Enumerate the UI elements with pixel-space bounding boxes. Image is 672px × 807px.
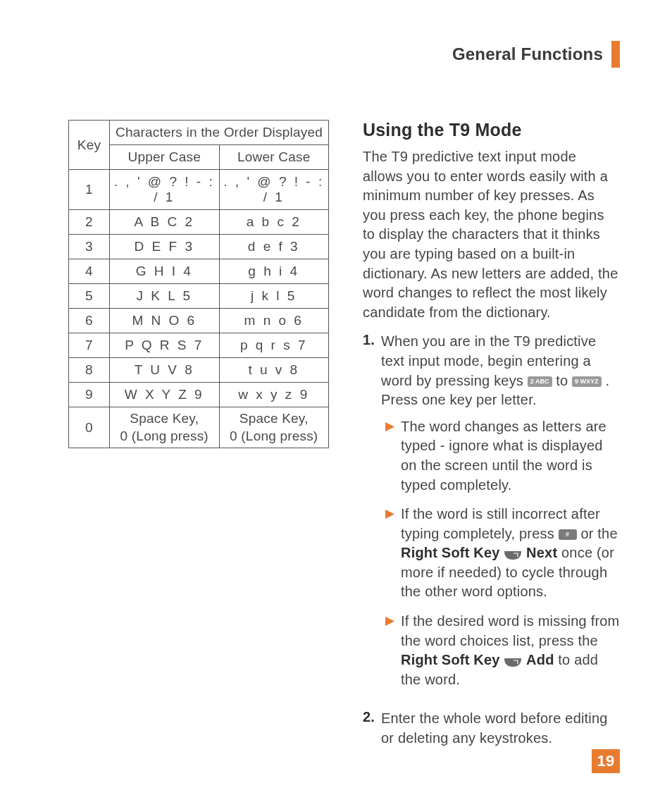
bullet2-b: or the (580, 526, 617, 541)
left-column: Key Characters in the Order Displayed Up… (68, 120, 329, 758)
key-2-icon: 2 ABC (528, 376, 552, 387)
cell-key: 3 (69, 235, 110, 259)
page-header: General Functions (452, 41, 620, 68)
cell-lower: t u v 8 (219, 358, 329, 383)
header-title: General Functions (452, 44, 603, 64)
bullet1-text: The word changes as letters are typed - … (401, 417, 620, 495)
bullet3-rsk: Right Soft Key (401, 652, 500, 667)
table-row: 6M N O 6m n o 6 (69, 309, 329, 333)
table-row: 2A B C 2a b c 2 (69, 210, 329, 235)
cell-upper: Space Key,0 (Long press) (110, 407, 220, 448)
table-row: 1. , ' @ ? ! - : / 1. , ' @ ? ! - : / 1 (69, 170, 329, 210)
cell-key: 6 (69, 309, 110, 333)
bullet3-add: Add (526, 652, 554, 667)
cell-key: 0 (69, 407, 110, 448)
th-chars: Characters in the Order Displayed (110, 121, 329, 145)
page-number: 19 (592, 749, 620, 773)
table-row: 7P Q R S 7p q r s 7 (69, 333, 329, 358)
key-character-table: Key Characters in the Order Displayed Up… (68, 120, 329, 448)
bullet-2: ▶ If the word is still incorrect after t… (385, 505, 620, 602)
cell-lower: w x y z 9 (219, 383, 329, 407)
cell-lower: j k l 5 (219, 284, 329, 309)
step-number: 2. (363, 709, 381, 748)
hash-key-icon: # (559, 529, 577, 540)
th-key: Key (69, 121, 110, 170)
arrow-icon: ▶ (385, 505, 401, 602)
arrow-icon: ▶ (385, 417, 401, 495)
cell-upper: J K L 5 (110, 284, 220, 309)
right-column: Using the T9 Mode The T9 predictive text… (363, 120, 620, 758)
cell-lower: m n o 6 (219, 309, 329, 333)
bullet3-a: If the desired word is missing from the … (401, 613, 619, 648)
cell-upper: W X Y Z 9 (110, 383, 220, 407)
arrow-icon: ▶ (385, 612, 401, 689)
table-row: 5J K L 5j k l 5 (69, 284, 329, 309)
section-heading: Using the T9 Mode (363, 120, 620, 140)
th-lower: Lower Case (219, 145, 329, 170)
bullet2-body: If the word is still incorrect after typ… (401, 505, 620, 602)
step-number: 1. (363, 332, 381, 699)
cell-lower: d e f 3 (219, 235, 329, 259)
cell-key: 8 (69, 358, 110, 383)
cell-lower: a b c 2 (219, 210, 329, 235)
cell-upper: T U V 8 (110, 358, 220, 383)
step-1: 1. When you are in the T9 predictive tex… (363, 332, 620, 699)
intro-paragraph: The T9 predictive text input mode allows… (363, 147, 620, 322)
cell-upper: P Q R S 7 (110, 333, 220, 358)
step1-to: to (556, 373, 572, 388)
cell-key: 7 (69, 333, 110, 358)
cell-key: 9 (69, 383, 110, 407)
cell-key: 4 (69, 259, 110, 284)
header-accent-bar (611, 41, 620, 68)
softkey-icon (504, 550, 522, 561)
cell-key: 5 (69, 284, 110, 309)
table-row: 9W X Y Z 9w x y z 9 (69, 383, 329, 407)
cell-lower: . , ' @ ? ! - : / 1 (219, 170, 329, 210)
cell-key: 2 (69, 210, 110, 235)
bullet-1: ▶ The word changes as letters are typed … (385, 417, 620, 495)
cell-upper: D E F 3 (110, 235, 220, 259)
table-header-row-1: Key Characters in the Order Displayed (69, 121, 329, 145)
cell-lower: Space Key,0 (Long press) (219, 407, 329, 448)
cell-upper: A B C 2 (110, 210, 220, 235)
sub-bullets: ▶ The word changes as letters are typed … (381, 417, 620, 690)
cell-upper: M N O 6 (110, 309, 220, 333)
steps-list: 1. When you are in the T9 predictive tex… (363, 332, 620, 748)
step2-text: Enter the whole word before editing or d… (381, 709, 620, 748)
bullet2-next: Next (526, 545, 557, 560)
bullet3-body: If the desired word is missing from the … (401, 612, 620, 689)
key-9-icon: 9 WXYZ (572, 376, 602, 387)
cell-upper: . , ' @ ? ! - : / 1 (110, 170, 220, 210)
cell-lower: g h i 4 (219, 259, 329, 284)
cell-lower: p q r s 7 (219, 333, 329, 358)
table-row: 3D E F 3d e f 3 (69, 235, 329, 259)
step-1-body: When you are in the T9 predictive text i… (381, 332, 620, 699)
page-content: Key Characters in the Order Displayed Up… (68, 120, 620, 758)
cell-upper: G H I 4 (110, 259, 220, 284)
table-row: 0Space Key,0 (Long press)Space Key,0 (Lo… (69, 407, 329, 448)
cell-key: 1 (69, 170, 110, 210)
bullet-3: ▶ If the desired word is missing from th… (385, 612, 620, 689)
table-row: 4G H I 4g h i 4 (69, 259, 329, 284)
softkey-icon (504, 657, 522, 668)
table-row: 8T U V 8t u v 8 (69, 358, 329, 383)
step-2: 2. Enter the whole word before editing o… (363, 709, 620, 748)
bullet2-rsk: Right Soft Key (401, 545, 500, 560)
th-upper: Upper Case (110, 145, 220, 170)
